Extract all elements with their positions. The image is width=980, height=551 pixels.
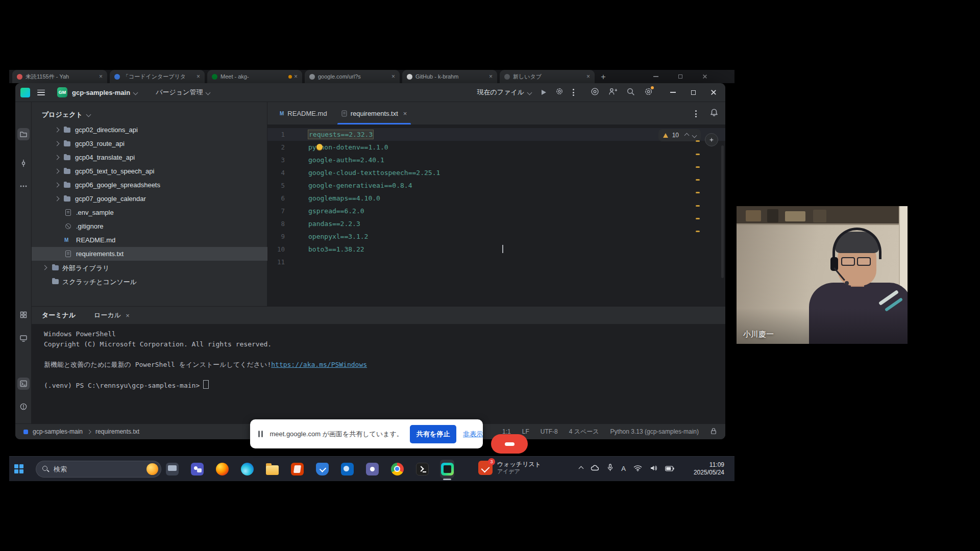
browser-tab-meet[interactable]: Meet - akg- × (207, 70, 302, 83)
tab-close-icon[interactable]: × (586, 73, 590, 80)
run-button[interactable] (542, 90, 546, 95)
python-interpreter[interactable]: Python 3.13 (gcp-samples-main) (610, 428, 699, 435)
new-tab-button[interactable]: + (597, 71, 609, 83)
editor-tab-readme[interactable]: M README.md (273, 102, 334, 124)
app-icon-file-explorer[interactable] (265, 460, 279, 478)
main-menu-button[interactable] (37, 90, 45, 95)
taskbar-clock[interactable]: 11:09 2025/05/24 (694, 461, 724, 477)
microphone-icon[interactable] (607, 464, 614, 473)
tree-item-folder[interactable]: gcp04_translate_api (32, 151, 267, 164)
browser-tab[interactable]: 新しいタブ × (500, 70, 595, 83)
run-options-icon[interactable] (555, 87, 564, 97)
terminal-tool-icon[interactable] (17, 378, 30, 390)
volume-icon[interactable] (650, 464, 657, 473)
tray-chevron-icon[interactable] (579, 466, 584, 471)
tree-item-file[interactable]: M README.md (32, 233, 267, 247)
warning-stripe-mark[interactable] (696, 192, 700, 193)
python-packages-tool-icon[interactable] (17, 309, 30, 321)
readonly-lock-icon[interactable] (710, 428, 717, 436)
browser-close-button[interactable] (697, 71, 713, 82)
tab-close-icon[interactable]: × (403, 110, 407, 117)
app-icon-terminal[interactable] (415, 460, 429, 478)
taskbar-search[interactable]: 検索 (36, 461, 161, 478)
tree-item-folder[interactable]: gcp03_route_api (32, 137, 267, 151)
warning-stripe-mark[interactable] (696, 154, 700, 155)
tree-item-file[interactable]: .gitignore (32, 219, 267, 233)
meet-hangup-button[interactable] (491, 434, 528, 454)
watchlist-widget[interactable]: 3 ウォッチリスト アイデア (478, 461, 541, 475)
browser-tab[interactable]: GitHub - k-brahm × (402, 70, 497, 83)
battery-icon[interactable] (665, 464, 674, 473)
tab-close-icon[interactable]: × (126, 312, 130, 319)
tab-close-icon[interactable]: × (489, 73, 493, 80)
vcs-widget[interactable]: バージョン管理 (156, 88, 203, 97)
search-everywhere-icon[interactable] (626, 87, 635, 98)
window-minimize-button[interactable] (666, 87, 679, 98)
app-icon-chrome[interactable] (390, 460, 404, 478)
warning-stripe-mark[interactable] (696, 166, 700, 168)
code-with-me-icon[interactable] (591, 87, 599, 98)
app-icon-teams-2[interactable] (365, 460, 379, 478)
tree-item-external-libraries[interactable]: 外部ライブラリ (32, 261, 267, 274)
run-config-selector[interactable]: 現在のファイル (477, 88, 524, 97)
app-icon-edge[interactable] (240, 460, 254, 478)
tree-item-scratches[interactable]: スクラッチとコンソール (32, 274, 267, 288)
tab-close-icon[interactable]: × (294, 73, 298, 80)
editor-more-button[interactable] (695, 110, 697, 117)
next-problem-icon[interactable] (692, 133, 697, 138)
tab-close-icon[interactable]: × (99, 73, 103, 80)
ime-indicator[interactable]: A (621, 465, 626, 472)
breadcrumb[interactable]: gcp-samples-main requirements.txt (23, 428, 139, 435)
editor[interactable]: 12 34 56 78 910 11 requests==2.32.3 pyth… (267, 125, 725, 306)
project-name[interactable]: gcp-samples-main (72, 89, 130, 96)
browser-minimize-button[interactable] (648, 71, 664, 82)
editor-scrollbar[interactable] (721, 145, 724, 278)
browser-tab[interactable]: 未読1155件 - Yah × (12, 70, 107, 83)
app-icon-teams[interactable] (190, 460, 204, 478)
intention-bulb-icon[interactable] (316, 144, 323, 150)
tab-close-icon[interactable]: × (391, 73, 395, 80)
project-tool-icon[interactable] (17, 128, 30, 140)
inspections-widget[interactable]: 10 (658, 129, 701, 141)
browser-tab[interactable]: google.com/url?s × (305, 70, 400, 83)
hide-link[interactable]: 非表示 (463, 430, 483, 439)
browser-maximize-button[interactable] (673, 71, 688, 82)
browser-tab[interactable]: 「コードインタープリタ × (110, 70, 205, 83)
app-icon-pc[interactable] (165, 460, 179, 478)
warning-stripe-mark[interactable] (696, 205, 700, 207)
stop-sharing-button[interactable]: 共有を停止 (410, 425, 456, 443)
app-icon-outlook[interactable] (340, 460, 354, 478)
settings-gear-icon[interactable] (644, 87, 653, 98)
problems-tool-icon[interactable] (17, 400, 30, 413)
start-button[interactable] (14, 464, 23, 473)
window-maximize-button[interactable] (687, 87, 700, 98)
tree-item-file-selected[interactable]: requirements.txt (32, 247, 267, 261)
more-actions-button[interactable] (573, 89, 574, 96)
tree-item-folder[interactable]: gcp07_google_calendar (32, 192, 267, 206)
commit-tool-icon[interactable] (17, 157, 30, 169)
tree-item-folder[interactable]: gcp05_text_to_speech_api (32, 164, 267, 178)
line-separator[interactable]: LF (522, 428, 529, 435)
add-user-icon[interactable] (608, 87, 617, 98)
app-icon-shield[interactable] (315, 460, 329, 478)
services-tool-icon[interactable] (17, 332, 30, 344)
ps-update-link[interactable]: https://aka.ms/PSWindows (271, 361, 367, 368)
terminal-tab-local[interactable]: ローカル × (94, 311, 130, 320)
tree-item-folder[interactable]: gcp02_directions_api (32, 123, 267, 137)
more-tool-windows-icon[interactable] (17, 180, 30, 192)
terminal-title[interactable]: ターミナル (42, 311, 76, 320)
terminal-output[interactable]: Windows PowerShell Copyright (C) Microso… (44, 329, 367, 390)
app-icon-pycharm-active[interactable] (440, 460, 454, 478)
file-encoding[interactable]: UTF-8 (541, 428, 558, 435)
warning-stripe-mark[interactable] (696, 140, 700, 142)
project-panel-header[interactable]: プロジェクト (42, 108, 90, 121)
app-icon-m365[interactable] (290, 460, 304, 478)
warning-stripe-mark[interactable] (696, 179, 700, 181)
wifi-icon[interactable] (633, 464, 642, 473)
editor-tab-requirements[interactable]: requirements.txt × (334, 102, 414, 124)
app-icon-firefox[interactable] (215, 460, 229, 478)
notifications-bell-icon[interactable] (709, 108, 719, 119)
tree-item-file[interactable]: .env_sample (32, 206, 267, 219)
tree-item-folder[interactable]: gcp06_google_spreadsheets (32, 178, 267, 192)
tab-close-icon[interactable]: × (197, 73, 200, 80)
